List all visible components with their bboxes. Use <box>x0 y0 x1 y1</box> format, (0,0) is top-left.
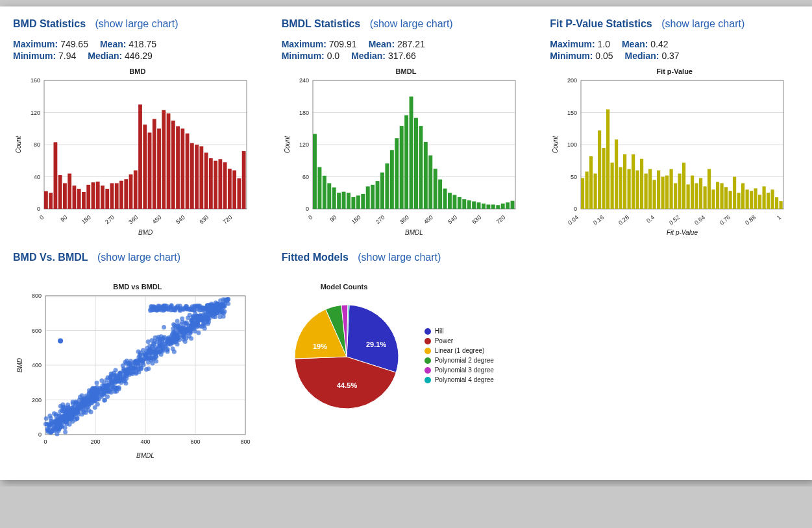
svg-rect-111 <box>482 204 486 209</box>
svg-rect-152 <box>632 154 635 209</box>
bmdl-histogram: 060120180240090180270360450540630720BMDL… <box>282 77 522 239</box>
svg-text:0: 0 <box>38 431 42 438</box>
svg-rect-46 <box>209 158 213 209</box>
stat-label-max: Maximum: <box>13 39 58 49</box>
svg-point-1216 <box>173 308 177 313</box>
stat-label-min: Minimum: <box>282 51 325 61</box>
svg-point-890 <box>226 302 230 306</box>
stat-value-min: 7.94 <box>58 51 76 61</box>
svg-rect-91 <box>385 163 389 209</box>
svg-point-1031 <box>180 330 185 334</box>
svg-rect-13 <box>54 142 58 209</box>
svg-rect-175 <box>729 191 732 209</box>
svg-rect-171 <box>712 189 715 209</box>
svg-rect-154 <box>640 159 643 209</box>
svg-point-1087 <box>49 420 54 425</box>
show-large-chart-link[interactable]: (show large chart) <box>370 18 453 29</box>
panel-header: Fit P-Value Statistics (show large chart… <box>550 18 799 30</box>
stat-label-median: Median: <box>625 51 659 61</box>
svg-point-1098 <box>157 350 162 354</box>
svg-rect-47 <box>214 161 217 209</box>
svg-rect-50 <box>228 169 232 209</box>
svg-text:90: 90 <box>59 214 68 223</box>
svg-text:800: 800 <box>240 438 250 445</box>
svg-rect-164 <box>682 163 685 209</box>
svg-point-847 <box>95 402 100 407</box>
svg-rect-85 <box>356 195 360 209</box>
svg-rect-151 <box>628 169 631 209</box>
show-large-chart-link[interactable]: (show large chart) <box>661 18 744 29</box>
svg-point-412 <box>175 319 180 324</box>
svg-rect-94 <box>399 126 403 209</box>
bmd-vs-bmdl-scatter: 02004006008000200400600800BMDLBMD <box>13 292 253 461</box>
svg-rect-150 <box>623 154 626 209</box>
svg-rect-114 <box>496 205 500 209</box>
svg-text:Count: Count <box>15 135 22 153</box>
svg-text:0.04: 0.04 <box>567 214 580 226</box>
svg-point-908 <box>218 298 223 303</box>
svg-rect-161 <box>670 169 673 209</box>
legend-item: Polynomial 2 degree <box>424 357 494 364</box>
svg-rect-39 <box>176 126 180 209</box>
model-counts-pie: 29.1%44.5%19% <box>282 292 412 422</box>
svg-rect-157 <box>653 180 656 209</box>
svg-text:150: 150 <box>567 110 577 116</box>
svg-text:80: 80 <box>34 141 40 148</box>
svg-rect-30 <box>134 171 138 209</box>
svg-text:19%: 19% <box>313 342 327 350</box>
show-large-chart-link[interactable]: (show large chart) <box>95 18 178 29</box>
svg-rect-115 <box>500 204 504 209</box>
panel-fitted-models: Fitted Models (show large chart) Model C… <box>282 252 531 461</box>
svg-text:180: 180 <box>80 214 92 225</box>
svg-point-1026 <box>82 397 86 402</box>
legend-item: Hill <box>424 328 494 335</box>
svg-point-503 <box>44 416 49 421</box>
svg-text:360: 360 <box>127 214 139 225</box>
pval-stats: Maximum: 1.0 Mean: 0.42 Minimum: 0.05 Me… <box>550 39 799 61</box>
panel-header: Fitted Models (show large chart) <box>282 252 531 263</box>
svg-point-1011 <box>90 395 95 400</box>
panel-header: BMDL Statistics (show large chart) <box>282 18 531 30</box>
svg-rect-141 <box>585 172 589 209</box>
stat-value-max: 1.0 <box>597 39 609 49</box>
svg-text:450: 450 <box>423 214 434 225</box>
svg-rect-23 <box>101 186 105 209</box>
svg-point-934 <box>109 372 114 376</box>
svg-rect-33 <box>148 132 152 209</box>
svg-rect-25 <box>110 183 114 209</box>
svg-rect-167 <box>695 183 698 209</box>
bmd-histogram: 04080120160090180270360450540630720BMDCo… <box>13 77 253 239</box>
svg-point-727 <box>180 317 184 321</box>
show-large-chart-link[interactable]: (show large chart) <box>358 252 441 263</box>
svg-rect-103 <box>443 189 447 209</box>
pvalue-histogram: 0501001502000.040.160.280.40.520.640.760… <box>550 77 790 239</box>
svg-point-1091 <box>160 342 164 347</box>
svg-text:BMD: BMD <box>138 229 153 236</box>
show-large-chart-link[interactable]: (show large chart) <box>97 252 180 263</box>
svg-rect-38 <box>171 121 175 209</box>
svg-rect-174 <box>724 187 728 209</box>
svg-point-942 <box>86 408 91 413</box>
svg-point-1071 <box>141 363 146 367</box>
svg-rect-90 <box>380 173 384 209</box>
svg-rect-146 <box>606 110 609 209</box>
svg-rect-153 <box>636 171 639 209</box>
svg-text:360: 360 <box>399 214 410 225</box>
svg-rect-173 <box>720 183 724 209</box>
svg-point-817 <box>63 426 68 430</box>
stat-label-max: Maximum: <box>550 39 595 49</box>
svg-point-985 <box>146 339 151 344</box>
svg-rect-20 <box>86 185 90 209</box>
svg-point-1201 <box>164 304 168 309</box>
svg-rect-45 <box>204 152 208 209</box>
svg-point-1016 <box>178 322 183 327</box>
svg-point-1078 <box>52 427 56 431</box>
svg-text:100: 100 <box>567 141 577 148</box>
svg-rect-160 <box>665 176 669 209</box>
svg-rect-163 <box>678 174 682 209</box>
svg-point-1034 <box>70 415 75 420</box>
svg-point-1054 <box>124 374 129 379</box>
svg-rect-51 <box>232 171 236 209</box>
svg-point-1018 <box>146 366 151 371</box>
svg-point-1075 <box>190 323 195 328</box>
